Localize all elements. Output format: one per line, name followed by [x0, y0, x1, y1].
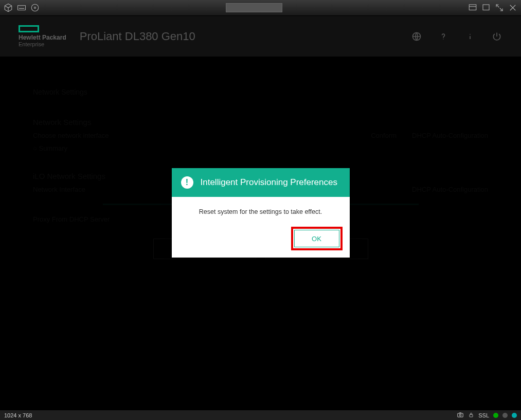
status-dot-green	[493, 413, 498, 418]
hpe-logo: Hewlett Packard Enterprise	[19, 25, 66, 47]
close-icon[interactable]	[508, 3, 518, 13]
remote-console-toolbar	[0, 0, 521, 16]
globe-icon[interactable]	[411, 31, 422, 42]
dialog-title: Intelligent Provisioning Preferences	[201, 177, 337, 188]
fullscreen-icon[interactable]	[494, 3, 505, 13]
toolbar-left-group	[3, 3, 40, 13]
lock-icon	[468, 412, 474, 419]
brand-line2: Enterprise	[19, 42, 66, 47]
resolution-label: 1024 x 768	[4, 412, 32, 418]
toolbar-right-group	[468, 3, 518, 13]
modal-overlay: ! Intelligent Provisioning Preferences R…	[0, 57, 521, 410]
keyboard-icon[interactable]	[16, 3, 27, 13]
svg-rect-4	[483, 5, 489, 10]
svg-point-9	[459, 414, 461, 416]
status-bar: 1024 x 768 SSL	[0, 410, 521, 420]
disc-icon[interactable]	[30, 3, 40, 13]
help-icon[interactable]	[438, 31, 449, 42]
status-dot-grey	[502, 413, 508, 418]
status-right: SSL	[457, 411, 517, 419]
ok-button[interactable]: OK	[294, 230, 339, 247]
brand-block: Hewlett Packard Enterprise ProLiant DL38…	[19, 25, 195, 47]
header-icons	[411, 31, 502, 42]
page-body: Network Settings Network Settings Choose…	[0, 57, 521, 410]
svg-rect-3	[469, 5, 476, 10]
svg-rect-10	[470, 414, 473, 417]
svg-point-2	[34, 7, 36, 9]
cube-icon[interactable]	[3, 3, 13, 13]
layout-icon[interactable]	[468, 3, 478, 13]
ssl-label: SSL	[478, 412, 489, 418]
ok-highlight-box: OK	[291, 227, 343, 250]
toolbar-center-button[interactable]	[226, 3, 282, 12]
dialog-footer: OK	[172, 215, 350, 258]
preferences-dialog: ! Intelligent Provisioning Preferences R…	[172, 168, 350, 258]
svg-point-7	[470, 34, 471, 35]
dialog-header: ! Intelligent Provisioning Preferences	[172, 168, 350, 197]
window-icon[interactable]	[481, 3, 491, 13]
svg-point-6	[443, 39, 443, 39]
server-model: ProLiant DL380 Gen10	[80, 30, 195, 43]
svg-point-1	[31, 4, 39, 11]
alert-icon: !	[181, 176, 193, 189]
camera-icon[interactable]	[457, 411, 464, 419]
brand-line1: Hewlett Packard	[19, 34, 66, 41]
status-dot-power	[512, 413, 517, 418]
svg-rect-8	[458, 413, 463, 417]
info-icon[interactable]	[464, 31, 476, 42]
dialog-message: Reset system for the settings to take ef…	[172, 197, 350, 215]
power-icon[interactable]	[491, 31, 502, 42]
app-header: Hewlett Packard Enterprise ProLiant DL38…	[0, 16, 521, 57]
hpe-logo-bar	[19, 25, 39, 32]
svg-rect-0	[18, 6, 26, 10]
